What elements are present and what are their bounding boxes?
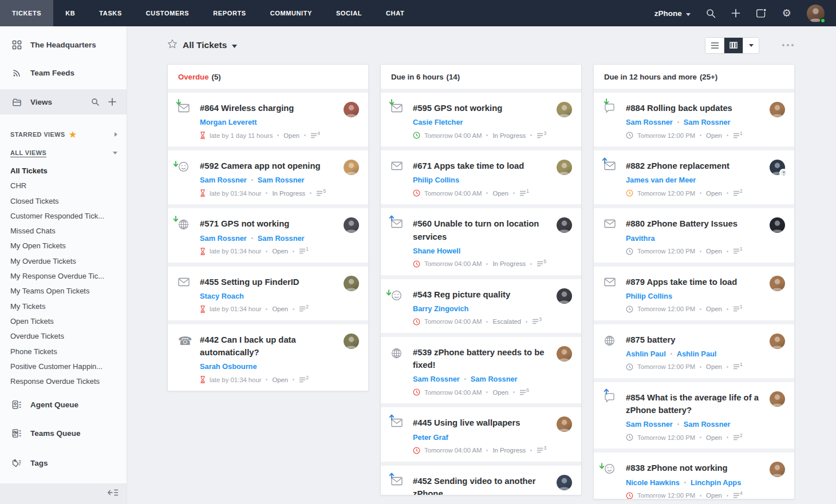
view-item-overdue-tickets[interactable]: Overdue Tickets [10, 329, 127, 344]
ticket-card[interactable]: #543 Reg picture qualityBarry ZingovichT… [381, 279, 581, 333]
views-add-icon[interactable] [108, 98, 116, 106]
view-item-all-tickets[interactable]: All Tickets [10, 164, 127, 178]
ticket-body: #880 zPhone Battery IssuesPavithraTomorr… [626, 217, 767, 255]
ticket-card[interactable]: #592 Camera app not openingSam RossnerSa… [168, 150, 368, 204]
ticket-card[interactable]: #595 GPS not workingCasie FletcherTomorr… [381, 93, 581, 146]
ticket-card[interactable]: #879 Apps take time to loadPhilip Collin… [594, 267, 794, 320]
starred-views-section[interactable]: STARRED VIEWS ★ [0, 126, 127, 143]
ticket-title: #880 zPhone Battery Issues [626, 217, 763, 230]
contact-link[interactable]: Sam Rossner [258, 176, 305, 184]
contact-link[interactable]: Sarah Osbourne [200, 362, 257, 371]
department-selector[interactable]: zPhone [654, 9, 691, 18]
contact-link[interactable]: Linchpin Apps [691, 478, 741, 487]
ticket-card[interactable]: #539 zPhone battery needs to be fixed!Sa… [381, 337, 581, 403]
view-dropdown-caret-icon[interactable] [232, 40, 237, 50]
sidebar-item-views[interactable]: Views [0, 89, 127, 114]
ticket-card[interactable]: #864 Wireless chargingMorgan Leverettlat… [168, 93, 368, 146]
contact-link[interactable]: Pavithra [626, 234, 655, 243]
contact-separator-dot [677, 423, 679, 425]
contact-link[interactable]: Sam Rossner [684, 118, 731, 126]
ticket-card[interactable]: #875 batteryAshlin PaulAshlin PaulTomorr… [594, 324, 794, 378]
contact-avatar-photo [770, 462, 785, 477]
sidebar-item-team-feeds[interactable]: Team Feeds [0, 58, 127, 87]
view-item-my-open-tickets[interactable]: My Open Tickets [10, 239, 127, 253]
contact-link[interactable]: Casie Fletcher [413, 118, 463, 126]
more-options-button[interactable] [781, 41, 795, 50]
contact-link[interactable]: Ashlin Paul [626, 350, 666, 358]
contact-link[interactable]: Stacy Roach [200, 292, 244, 300]
ticket-card[interactable]: #880 zPhone Battery IssuesPavithraTomorr… [594, 208, 794, 262]
nav-tab-chat[interactable]: CHAT [374, 0, 416, 26]
view-item-my-teams-open-tickets[interactable]: My Teams Open Tickets [10, 284, 127, 299]
ticket-card[interactable]: #882 zPhone replacementJames van der Mee… [594, 150, 794, 204]
view-options-caret-button[interactable] [743, 38, 759, 53]
ticket-status: Open [283, 132, 299, 139]
nav-tab-social[interactable]: SOCIAL [324, 0, 374, 26]
nav-tab-kb[interactable]: KB [53, 0, 87, 26]
contact-link[interactable]: Peter Graf [413, 433, 448, 442]
contact-link[interactable]: Barry Zingovich [413, 304, 468, 313]
contact-avatar [557, 475, 572, 490]
all-views-section[interactable]: ALL VIEWS [0, 144, 127, 161]
contact-link[interactable]: Sam Rossner [684, 420, 731, 428]
star-outline-icon[interactable] [167, 39, 178, 51]
contact-link[interactable]: Nicole Hawkins [626, 478, 680, 487]
ticket-card[interactable]: #671 Apps take time to loadPhilip Collin… [381, 150, 581, 204]
contact-link[interactable]: Sam Rossner [626, 420, 673, 428]
view-item-chr[interactable]: CHR [10, 178, 127, 193]
contact-avatar-photo [770, 217, 785, 233]
sidebar-item-agent-queue[interactable]: Agent Queue [0, 390, 127, 419]
contact-link[interactable]: Sam Rossner [413, 375, 460, 383]
view-item-open-tickets[interactable]: Open Tickets [10, 314, 127, 329]
sidebar-collapse-bar[interactable] [0, 483, 127, 504]
views-search-icon[interactable] [91, 98, 100, 106]
kanban-view-button[interactable] [724, 38, 743, 53]
contact-link[interactable]: Sam Rossner [200, 176, 247, 184]
nav-tab-community[interactable]: COMMUNITY [258, 0, 324, 26]
contact-link[interactable]: Morgan Leverett [200, 118, 257, 126]
contact-link[interactable]: Sam Rossner [471, 375, 518, 383]
contact-link[interactable]: Shane Howell [413, 247, 460, 255]
sidebar-item-tags[interactable]: Tags [0, 448, 127, 478]
view-item-my-response-overdue-tic[interactable]: My Response Overdue Tic... [10, 269, 127, 284]
user-avatar[interactable] [807, 5, 825, 22]
list-view-button[interactable] [705, 38, 724, 53]
ticket-card[interactable]: #854 What is the average life of a zPhon… [594, 382, 794, 449]
contact-link[interactable]: Ashlin Paul [677, 350, 717, 358]
ticket-card[interactable]: ☎#442 Can I back up data automatically?S… [168, 324, 368, 391]
sidebar-item-headquarters[interactable]: The Headquarters [0, 26, 127, 58]
contact-link[interactable]: Philip Collins [413, 176, 459, 184]
feedback-icon[interactable] [756, 8, 767, 19]
view-item-missed-chats[interactable]: Missed Chats [10, 224, 127, 239]
nav-tab-tasks[interactable]: TASKS [87, 0, 133, 26]
contact-link[interactable]: James van der Meer [626, 176, 696, 184]
search-icon[interactable] [706, 9, 716, 18]
ticket-card[interactable]: #560 Unable to turn on location services… [381, 208, 581, 275]
contact-link[interactable]: Sam Rossner [626, 118, 673, 126]
sidebar-item-teams-queue[interactable]: Teams Queue [0, 419, 127, 448]
ticket-card[interactable]: #445 Using live wallpapersPeter GrafTomo… [381, 407, 581, 461]
mail-channel-icon [178, 276, 200, 313]
ticket-card[interactable]: #884 Rolling back updatesSam RossnerSam … [594, 93, 794, 146]
ticket-contacts: Sam RossnerSam Rossner [626, 118, 763, 126]
add-icon[interactable] [731, 9, 740, 18]
ticket-card[interactable]: #455 Setting up FinderIDStacy Roachlate … [168, 267, 368, 320]
view-item-customer-responded-tick[interactable]: Customer Responded Tick... [10, 209, 127, 224]
view-item-my-tickets[interactable]: My Tickets [10, 299, 127, 314]
nav-tab-reports[interactable]: REPORTS [201, 0, 258, 26]
ticket-card[interactable]: #838 zPhone not workingNicole HawkinsLin… [594, 453, 794, 499]
view-item-closed-tickets[interactable]: Closed Tickets [10, 194, 127, 209]
view-item-response-overdue-tickets[interactable]: Response Overdue Tickets [10, 374, 127, 389]
ticket-card[interactable]: #571 GPS not workingSam RossnerSam Rossn… [168, 208, 368, 262]
settings-gear-icon[interactable]: ⚙ [782, 8, 791, 18]
contact-link[interactable]: Sam Rossner [258, 234, 305, 243]
contact-link[interactable]: Sam Rossner [200, 234, 247, 243]
nav-tab-tickets[interactable]: TICKETS [0, 0, 53, 26]
contact-link[interactable]: Philip Collins [626, 292, 672, 300]
phone-channel-icon: ☎ [178, 334, 200, 383]
view-item-phone-tickets[interactable]: Phone Tickets [10, 344, 127, 359]
ticket-card[interactable]: #452 Sending video to another zPhoneRaje… [381, 466, 581, 496]
view-item-positive-customer-happin[interactable]: Positive Customer Happin... [10, 359, 127, 374]
view-item-my-overdue-tickets[interactable]: My Overdue Tickets [10, 254, 127, 269]
nav-tab-customers[interactable]: CUSTOMERS [134, 0, 201, 26]
